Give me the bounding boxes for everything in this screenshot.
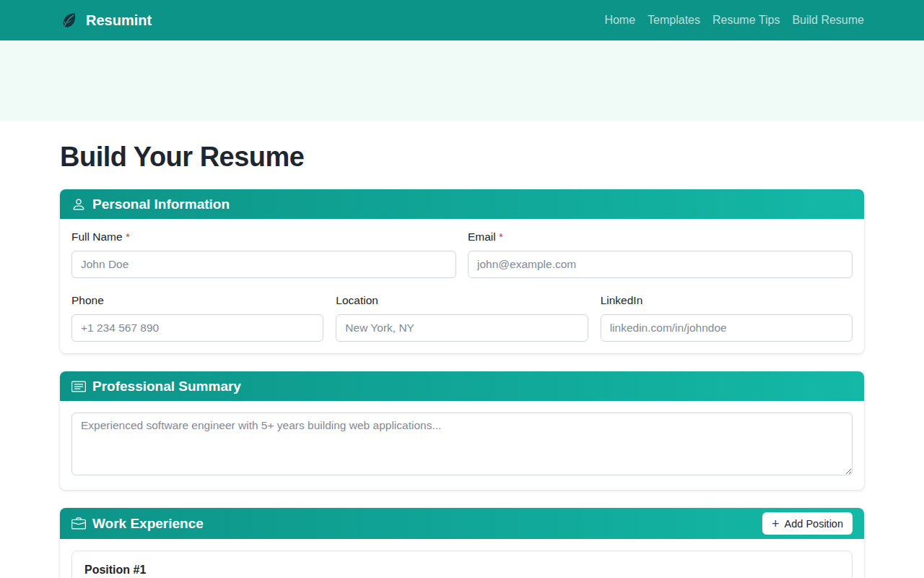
position-title: Position #1 — [84, 564, 840, 577]
summary-title: Professional Summary — [92, 379, 241, 394]
nav-link-home[interactable]: Home — [604, 14, 635, 27]
brand-link[interactable]: Resumint — [60, 11, 152, 30]
add-position-button[interactable]: + Add Position — [762, 512, 853, 535]
hero-banner — [0, 40, 924, 121]
summary-header: Professional Summary — [60, 371, 864, 401]
briefcase-icon — [71, 517, 86, 531]
page-title: Build Your Resume — [60, 142, 864, 172]
nav-link-templates[interactable]: Templates — [648, 14, 700, 27]
required-asterisk: * — [126, 230, 130, 243]
linkedin-input[interactable] — [601, 314, 853, 342]
summary-card: Professional Summary — [60, 371, 864, 490]
email-input[interactable] — [468, 251, 853, 278]
email-label: Email * — [468, 230, 853, 243]
phone-label: Phone — [71, 294, 323, 307]
personal-info-card: Personal Information Full Name * Email *… — [60, 189, 864, 353]
work-experience-title: Work Experience — [92, 516, 204, 532]
nav-link-resume-tips[interactable]: Resume Tips — [712, 14, 780, 27]
leaf-logo-icon — [60, 11, 78, 30]
personal-info-title: Personal Information — [92, 197, 230, 212]
linkedin-label: LinkedIn — [601, 294, 853, 307]
navbar: Resumint Home Templates Resume Tips Buil… — [0, 0, 924, 40]
person-icon — [71, 197, 86, 212]
personal-info-header: Personal Information — [60, 189, 864, 219]
required-asterisk: * — [499, 230, 503, 243]
full-name-input[interactable] — [71, 251, 456, 278]
location-label: Location — [336, 294, 588, 307]
work-experience-header: Work Experience + Add Position — [60, 508, 864, 539]
location-input[interactable] — [336, 314, 588, 342]
summary-textarea[interactable] — [71, 413, 853, 475]
nav-link-build-resume[interactable]: Build Resume — [792, 14, 864, 27]
plus-icon: + — [772, 517, 780, 530]
card-text-icon — [71, 379, 86, 394]
position-card: Position #1 — [71, 551, 853, 578]
main-content: Build Your Resume Personal Information F… — [60, 142, 864, 578]
work-experience-card: Work Experience + Add Position Position … — [60, 508, 864, 578]
phone-input[interactable] — [71, 314, 323, 342]
brand-name: Resumint — [86, 12, 152, 29]
full-name-label: Full Name * — [71, 230, 456, 243]
nav-links: Home Templates Resume Tips Build Resume — [604, 14, 864, 27]
